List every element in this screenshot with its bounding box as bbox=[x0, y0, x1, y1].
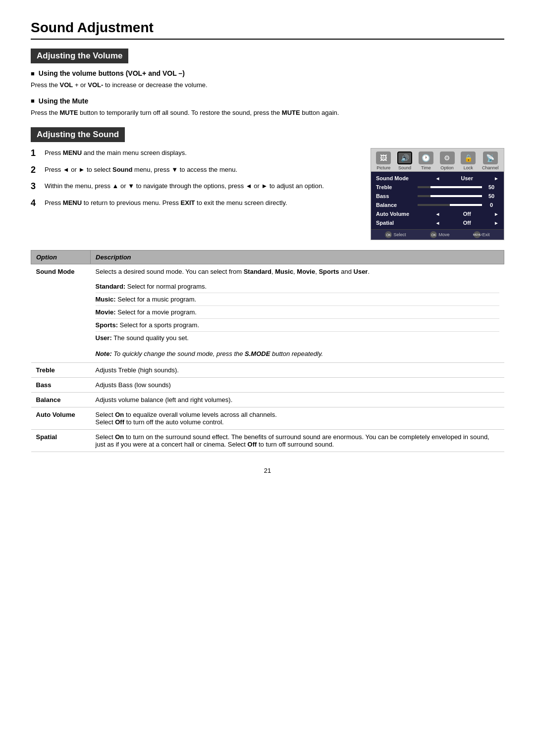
bass-bar bbox=[418, 195, 482, 197]
step-2: 2 Press ◄ or ► to select Sound menu, pre… bbox=[31, 165, 359, 176]
table-row-treble: Treble Adjusts Treble (high sounds). bbox=[31, 362, 504, 377]
footer-exit: MENU Exit bbox=[474, 231, 489, 238]
menu-row-sound-mode: Sound Mode ◄ User ► bbox=[375, 174, 500, 183]
sub1-heading: Using the volume buttons (VOL+ and VOL –… bbox=[31, 69, 504, 77]
table-row-auto-volume: Auto Volume Select On to equalize overal… bbox=[31, 407, 504, 429]
menu-row-bass: Bass 50 bbox=[375, 192, 500, 201]
menu-row-spatial: Spatial ◄ Off ► bbox=[375, 218, 500, 227]
step-4-num: 4 bbox=[31, 198, 40, 209]
footer-move-btn: OK bbox=[430, 231, 437, 238]
balance-label: Balance bbox=[376, 202, 416, 208]
page-title: Sound Adjustment bbox=[31, 20, 504, 40]
auto-volume-desc: Select On to equalize overall volume lev… bbox=[91, 407, 504, 429]
footer-exit-label: Exit bbox=[482, 232, 489, 237]
sound-label: Sound bbox=[398, 165, 411, 170]
channel-label: Channel bbox=[482, 165, 499, 170]
page-number: 21 bbox=[31, 467, 504, 474]
step-4-text: Press MENU to return to previous menu. P… bbox=[45, 198, 359, 209]
bass-label: Bass bbox=[376, 193, 416, 199]
auto-volume-option: Auto Volume bbox=[31, 407, 91, 429]
auto-volume-arrow-right: ► bbox=[494, 211, 499, 217]
table-header-description: Description bbox=[91, 251, 504, 264]
menu-icons-row: 🖼 Picture 🔊 Sound 🕐 Time ⚙ Option 🔒 bbox=[371, 149, 504, 172]
sound-mode-note: Note: To quickly change the sound mode, … bbox=[96, 350, 323, 357]
spatial-label: Spatial bbox=[376, 220, 416, 226]
option-label: Option bbox=[440, 165, 454, 170]
adjusting-volume-heading: Adjusting the Volume bbox=[31, 49, 128, 63]
menu-panel: 🖼 Picture 🔊 Sound 🕐 Time ⚙ Option 🔒 bbox=[371, 148, 504, 240]
auto-volume-arrow-left: ◄ bbox=[435, 211, 440, 217]
option-icon: ⚙ bbox=[440, 151, 455, 164]
table-row-spatial: Spatial Select On to turn on the surroun… bbox=[31, 429, 504, 452]
footer-select-label: Select bbox=[393, 232, 406, 237]
treble-value: 50 bbox=[484, 184, 499, 190]
spatial-arrow-left: ◄ bbox=[435, 220, 440, 226]
bass-bar-fill bbox=[430, 195, 482, 197]
options-table: Option Description Sound Mode Selects a … bbox=[31, 250, 504, 452]
adjusting-sound-heading: Adjusting the Sound bbox=[31, 127, 125, 142]
bass-option: Bass bbox=[31, 377, 91, 392]
balance-desc: Adjusts volume balance (left and right v… bbox=[91, 392, 504, 407]
treble-option: Treble bbox=[31, 362, 91, 377]
sound-mode-arrow-right: ► bbox=[494, 176, 499, 181]
sub2-heading: Using the Mute bbox=[31, 97, 504, 105]
step-3-text: Within the menu, press ▲ or ▼ to navigat… bbox=[45, 181, 359, 192]
lock-label: Lock bbox=[464, 165, 473, 170]
adjusting-volume-section: Adjusting the Volume Using the volume bu… bbox=[31, 49, 504, 117]
table-row-sound-mode: Sound Mode Selects a desired sound mode.… bbox=[31, 264, 504, 363]
time-icon: 🕐 bbox=[419, 151, 433, 164]
time-label: Time bbox=[421, 165, 431, 170]
sub2-body: Press the MUTE button to temporarily tur… bbox=[31, 108, 504, 118]
table-header-row: Option Description bbox=[31, 251, 504, 264]
sound-mode-value: User bbox=[460, 175, 475, 181]
table-row-bass: Bass Adjusts Bass (low sounds) bbox=[31, 377, 504, 392]
menu-row-balance: Balance 0 bbox=[375, 201, 500, 209]
treble-bar bbox=[418, 186, 482, 188]
menu-icon-option: ⚙ Option bbox=[440, 151, 455, 170]
table-header-option: Option bbox=[31, 251, 91, 264]
step-2-num: 2 bbox=[31, 165, 40, 176]
treble-bar-fill bbox=[430, 186, 482, 188]
sound-mode-option: Sound Mode bbox=[31, 264, 91, 363]
balance-value: 0 bbox=[484, 202, 499, 208]
lock-icon: 🔒 bbox=[461, 151, 476, 164]
steps-column: 1 Press MENU and the main menu screen di… bbox=[31, 148, 359, 240]
step-1: 1 Press MENU and the main menu screen di… bbox=[31, 148, 359, 159]
step-2-text: Press ◄ or ► to select Sound menu, press… bbox=[45, 165, 359, 176]
picture-icon: 🖼 bbox=[376, 151, 391, 164]
footer-ok-btn: OK bbox=[385, 231, 392, 238]
footer-select: OK Select bbox=[385, 231, 406, 238]
step-3: 3 Within the menu, press ▲ or ▼ to navig… bbox=[31, 181, 359, 192]
spatial-option: Spatial bbox=[31, 429, 91, 452]
balance-bar bbox=[418, 204, 482, 206]
balance-bar-fill bbox=[450, 204, 482, 206]
menu-body: Sound Mode ◄ User ► Treble 50 Bass bbox=[371, 172, 504, 229]
sound-mode-arrow-left: ◄ bbox=[435, 176, 440, 181]
table-row-balance: Balance Adjusts volume balance (left and… bbox=[31, 392, 504, 407]
auto-volume-value: Off bbox=[460, 211, 475, 217]
menu-row-treble: Treble 50 bbox=[375, 183, 500, 192]
sound-icon: 🔊 bbox=[397, 151, 412, 164]
channel-icon: 📡 bbox=[483, 151, 498, 164]
sound-mode-label: Sound Mode bbox=[376, 175, 416, 181]
picture-label: Picture bbox=[376, 165, 390, 170]
step-1-text: Press MENU and the main menu screen disp… bbox=[45, 148, 359, 159]
bass-value: 50 bbox=[484, 193, 499, 199]
menu-icon-lock: 🔒 Lock bbox=[461, 151, 476, 170]
menu-footer: OK Select OK Move MENU Exit bbox=[371, 229, 504, 240]
auto-volume-label: Auto Volume bbox=[376, 211, 416, 217]
footer-menu-btn: MENU bbox=[474, 231, 481, 238]
spatial-desc: Select On to turn on the surround sound … bbox=[91, 429, 504, 452]
step-1-num: 1 bbox=[31, 148, 40, 159]
menu-icon-time: 🕐 Time bbox=[419, 151, 433, 170]
menu-icon-sound: 🔊 Sound bbox=[397, 151, 412, 170]
treble-label: Treble bbox=[376, 184, 416, 190]
footer-move-label: Move bbox=[438, 232, 449, 237]
adjusting-sound-content: 1 Press MENU and the main menu screen di… bbox=[31, 148, 504, 240]
menu-icon-channel: 📡 Channel bbox=[482, 151, 499, 170]
spatial-value: Off bbox=[460, 220, 475, 226]
menu-icon-picture: 🖼 Picture bbox=[376, 151, 391, 170]
sound-mode-desc: Selects a desired sound mode. You can se… bbox=[91, 264, 504, 363]
footer-move: OK Move bbox=[430, 231, 449, 238]
balance-option: Balance bbox=[31, 392, 91, 407]
